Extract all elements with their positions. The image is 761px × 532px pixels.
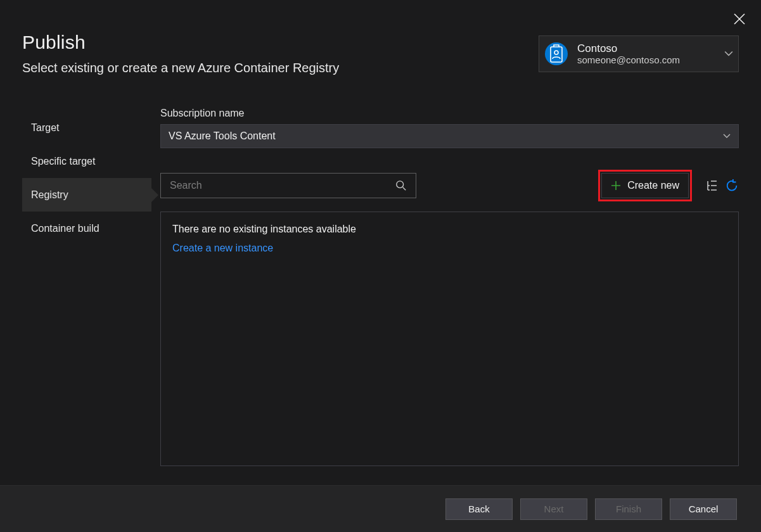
svg-point-3 xyxy=(397,181,404,188)
step-target[interactable]: Target xyxy=(22,111,151,144)
plus-icon xyxy=(611,180,621,191)
chevron-down-icon xyxy=(724,49,733,58)
step-container-build[interactable]: Container build xyxy=(22,212,151,245)
wizard-steps: Target Specific target Registry Containe… xyxy=(22,111,151,245)
close-button[interactable] xyxy=(732,11,747,27)
tree-view-icon[interactable] xyxy=(706,179,719,192)
account-picker[interactable]: Contoso someone@contoso.com xyxy=(539,35,739,72)
dialog-title: Publish xyxy=(22,32,339,53)
next-button: Next xyxy=(520,498,587,520)
search-icon xyxy=(395,180,407,191)
highlight-box: Create new xyxy=(598,170,692,201)
registry-list: There are no existing instances availabl… xyxy=(160,212,739,466)
step-label: Registry xyxy=(31,189,68,201)
close-icon xyxy=(732,11,747,27)
refresh-icon[interactable] xyxy=(725,179,739,193)
create-instance-link[interactable]: Create a new instance xyxy=(172,243,273,254)
account-text: Contoso someone@contoso.com xyxy=(577,42,724,66)
account-badge-icon xyxy=(544,42,568,66)
dialog-header: Publish Select existing or create a new … xyxy=(22,32,339,75)
step-registry[interactable]: Registry xyxy=(22,178,151,212)
create-new-label: Create new xyxy=(627,180,679,191)
step-label: Target xyxy=(31,122,59,134)
search-box[interactable] xyxy=(160,173,416,198)
step-label: Container build xyxy=(31,223,99,234)
dialog-subtitle: Select existing or create a new Azure Co… xyxy=(22,61,339,75)
content-panel: Subscription name VS Azure Tools Content… xyxy=(160,108,739,466)
cancel-button[interactable]: Cancel xyxy=(670,498,737,520)
subscription-dropdown[interactable]: VS Azure Tools Content xyxy=(160,124,739,148)
step-label: Specific target xyxy=(31,156,95,167)
chevron-down-icon xyxy=(723,132,731,140)
create-new-button[interactable]: Create new xyxy=(601,173,689,198)
subscription-label: Subscription name xyxy=(160,108,739,119)
dialog-footer: Back Next Finish Cancel xyxy=(0,485,761,532)
empty-message: There are no existing instances availabl… xyxy=(172,224,727,235)
subscription-value: VS Azure Tools Content xyxy=(169,130,276,142)
registry-toolbar: Create new xyxy=(160,170,739,201)
finish-button: Finish xyxy=(595,498,662,520)
back-button[interactable]: Back xyxy=(445,498,513,520)
step-specific-target[interactable]: Specific target xyxy=(22,144,151,178)
search-input[interactable] xyxy=(170,180,395,191)
account-email: someone@contoso.com xyxy=(577,54,724,65)
publish-dialog: Publish Select existing or create a new … xyxy=(0,0,761,532)
account-name: Contoso xyxy=(577,42,724,55)
